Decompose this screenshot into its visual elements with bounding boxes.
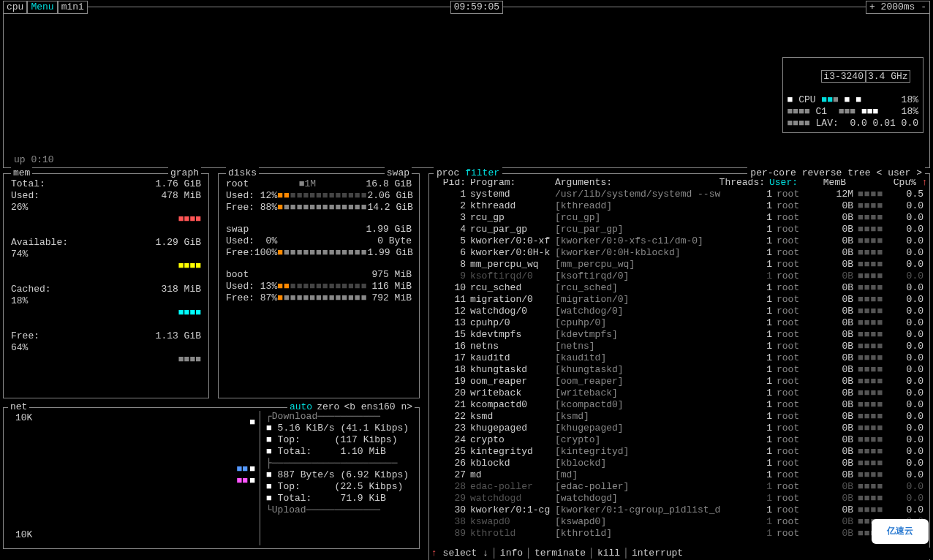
disk-line: Free: 88%■■■■■■■■■■■■■■14.2 GiB [226,202,412,213]
disk-header: boot975 MiB [226,269,412,281]
mem-panel: mem graph Total:1.76 GiBUsed:478 MiB26%■… [3,173,209,398]
process-row[interactable]: 1systemd/usr/lib/systemd/systemd --swit1… [435,189,923,200]
process-row[interactable]: 18khungtaskd[khungtaskd]1root0B■■■■0.0 [435,364,923,376]
net-panel: net auto zero <b ens160 n> 10K 10K ■ ■ ■… [3,407,420,549]
process-row[interactable]: 29watchdogd[watchdogd]1root0B■■■■0.0 [435,493,923,504]
dl-title: Download [272,411,317,422]
tab-reverse[interactable]: reverse [799,167,845,179]
cpu-row-c1: ■■■■ C1 ■■■ ■■■ 18% [787,106,918,118]
process-row[interactable]: 10rcu_sched[rcu_sched]1root0B■■■■0.0 [435,282,923,294]
ul-top: Top: (22.5 Kibps) [278,481,404,492]
process-row[interactable]: 19oom_reaper[oom_reaper]1root0B■■■■0.0 [435,376,923,387]
process-row[interactable]: 4rcu_par_gp[rcu_par_gp]1root0B■■■■0.0 [435,224,923,235]
net-dot-icon: ■■ [236,463,248,475]
disk-line: Free:100%■■■■■■■■■■■■■■1.99 GiB [226,247,412,259]
net-dot-icon: ■ [249,417,255,428]
cpu-model: i3-3240 [821,70,866,83]
process-row[interactable]: 20writeback[writeback]1root0B■■■■0.0 [435,387,923,399]
process-row[interactable]: 16netns[netns]1root0B■■■■0.0 [435,341,923,352]
swap-title: swap [385,167,412,179]
tab-proc[interactable]: proc [434,167,462,179]
net-graph: 10K 10K ■ ■ ■■ ■■ ■ [10,411,260,545]
ul-rate: 887 Byte/s (6.92 Kibps) [278,469,409,480]
mem-row: Available:1.29 GiB [11,237,201,249]
process-row[interactable]: 22ksmd[ksmd]1root0B■■■■0.0 [435,411,923,423]
tab-user[interactable]: < user > [874,167,925,179]
cpu-info-box: i3-32403.4 GHz ■ CPU ■■■ ■ ■ 18% ■■■■ C1… [782,57,923,133]
cpu-row-lav: ■■■■ LAV: 0.0 0.01 0.0 [787,118,918,129]
tab-tree[interactable]: tree [845,167,873,179]
process-row[interactable]: 2kthreadd[kthreadd]1root0B■■■■0.0 [435,200,923,212]
net-scale-bottom: 10K [15,529,32,541]
net-stats: ┌Download─────────── ■ 5.16 KiB/s (41.1 … [260,411,413,545]
hint-info[interactable]: info [500,548,523,559]
net-scale-top: 10K [15,412,32,424]
hint-kill[interactable]: kill [597,548,620,559]
disk-panel: disks swap root■1M16.8 GiBUsed: 12%■■■■■… [218,173,420,398]
mem-row: 26% [11,202,201,213]
mem-row: Cached:318 MiB [11,284,201,295]
net-dot-icon: ■ [249,475,255,487]
disk-line: Used: 12%■■■■■■■■■■■■■■2.06 GiB [226,190,412,202]
process-row[interactable]: 28edac-poller[edac-poller]1root0B■■■■0.0 [435,481,923,493]
tab-percore[interactable]: per-core [747,167,798,179]
process-row[interactable]: 8mm_percpu_wq[mm_percpu_wq]1root0B■■■■0.… [435,259,923,270]
mem-row: 18% [11,295,201,307]
mem-row: 64% [11,342,201,354]
process-row[interactable]: 27md[md]1root0B■■■■0.0 [435,469,923,481]
hint-interrupt[interactable]: interrupt [632,548,683,559]
process-row[interactable]: 26kblockd[kblockd]1root0B■■■■0.0 [435,458,923,469]
tab-filter[interactable]: filter [462,167,502,179]
disk-line: Free: 87%■■■■■■■■■■■■■■792 MiB [226,292,412,304]
process-row[interactable]: 24crypto[crypto]1root0B■■■■0.0 [435,434,923,446]
process-row[interactable]: 12watchdog/0[watchdog/0]1root0B■■■■0.0 [435,306,923,317]
mem-row: 74% [11,249,201,260]
hint-bar: ↑ select ↓ │ info │ terminate │ kill │ i… [431,548,930,559]
ul-total: Total: 71.9 KiB [278,493,386,504]
ul-title: Upload [272,504,306,515]
watermark-logo: 亿速云 [872,519,929,544]
dl-top: Top: (117 Kibps) [278,434,398,445]
proc-panel: proc filter per-core reverse tree < user… [428,173,930,560]
cpu-panel: up 0:10 i3-32403.4 GHz ■ CPU ■■■ ■ ■ 18%… [3,12,930,168]
process-row[interactable]: 13cpuhp/0[cpuhp/0]1root0B■■■■0.0 [435,317,923,329]
disk-header: root■1M16.8 GiB [226,178,412,190]
disk-line: Used: 0% 0 Byte [226,235,412,247]
process-row[interactable]: 3rcu_gp[rcu_gp]1root0B■■■■0.0 [435,212,923,224]
process-row[interactable]: 21kcompactd0[kcompactd0]1root0B■■■■0.0 [435,399,923,411]
dl-rate: 5.16 KiB/s (41.1 Kibps) [278,423,409,434]
process-row[interactable]: 89kthrotld[kthrotld]1root0B■■■■0.0 [435,528,923,540]
process-row[interactable]: 9ksoftirqd/0[ksoftirqd/0]1root0B■■■■0.0 [435,270,923,282]
cpu-row-all: ■ CPU ■■■ ■ ■ 18% [787,94,918,106]
process-row[interactable]: 6kworker/0:0H-k[kworker/0:0H-kblockd]1ro… [435,247,923,259]
net-dot-icon: ■ [249,463,255,475]
mem-row: Free:1.13 GiB [11,330,201,342]
process-row[interactable]: 23khugepaged[khugepaged]1root0B■■■■0.0 [435,423,923,434]
mem-graph-dots: ■■■■ [11,354,201,366]
mem-graph-toggle[interactable]: graph [168,167,201,179]
hint-terminate[interactable]: terminate [535,548,586,559]
process-row[interactable]: 15kdevtmpfs[kdevtmpfs]1root0B■■■■0.0 [435,329,923,341]
process-row[interactable]: 25kintegrityd[kintegrityd]1root0B■■■■0.0 [435,446,923,458]
mem-title: mem [11,167,32,179]
disk-line: Used: 13%■■■■■■■■■■■■■■116 MiB [226,281,412,292]
process-row[interactable]: 11migration/0[migration/0]1root0B■■■■0.0 [435,294,923,306]
uptime: up 0:10 [14,154,54,166]
dl-total: Total: 1.10 MiB [278,446,386,457]
mem-graph-dots: ■■■■ [11,260,201,272]
process-row[interactable]: 17kauditd[kauditd]1root0B■■■■0.0 [435,352,923,364]
hint-select: ↑ select ↓ [431,548,488,559]
mem-graph-dots: ■■■■ [11,213,201,225]
mem-row: Used:478 MiB [11,190,201,202]
process-row[interactable]: 5kworker/0:0-xf[kworker/0:0-xfs-cil/dm-0… [435,235,923,247]
process-row[interactable]: 38kswapd0[kswapd0]1root0B■■■■0.0 [435,516,923,528]
disks-title: disks [226,167,259,179]
process-row[interactable]: 30kworker/0:1-cg[kworker/0:1-cgroup_pidl… [435,504,923,516]
mem-row: Total:1.76 GiB [11,178,201,190]
net-dot-icon: ■■ [236,475,248,487]
mem-graph-dots: ■■■■ [11,307,201,319]
disk-header: swap1.99 GiB [226,224,412,235]
cpu-ghz: 3.4 GHz [866,70,910,83]
